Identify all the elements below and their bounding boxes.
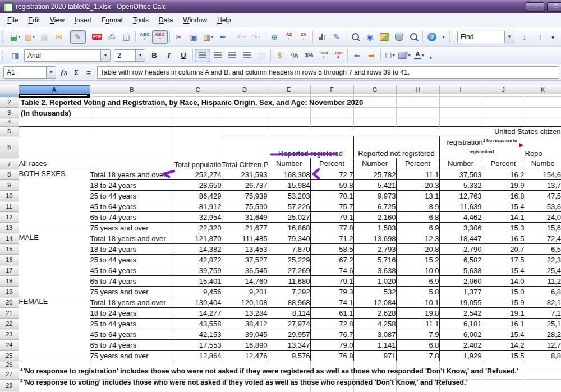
maximize-button[interactable]: ❐ <box>547 2 561 12</box>
citizen-population-header[interactable]: Total Citizen Population <box>222 136 268 169</box>
value-cell[interactable]: 3,638 <box>353 265 396 276</box>
value-cell[interactable]: 25,782 <box>353 169 396 180</box>
value-cell[interactable]: 7.9 <box>396 329 439 340</box>
empty-cell[interactable] <box>353 108 396 118</box>
zoom-button[interactable] <box>406 30 421 44</box>
value-cell[interactable]: 6,582 <box>439 255 482 265</box>
font-size-combo-arrow-icon[interactable]: ▾ <box>135 50 145 61</box>
value-cell[interactable]: 15.0 <box>482 287 525 297</box>
data-sources-button[interactable] <box>392 30 406 44</box>
us-citizen-header[interactable]: United States citizen <box>222 127 561 136</box>
value-cell[interactable]: 18,447 <box>439 233 482 244</box>
font-size-combo-value[interactable]: 2 <box>114 52 135 59</box>
value-cell[interactable]: 76.8 <box>310 351 353 361</box>
age-group-cell[interactable]: 18 to 24 years <box>90 244 174 255</box>
draw-functions-button[interactable]: ✎ <box>329 30 344 44</box>
subheader-percent[interactable]: Percent <box>310 158 353 169</box>
value-cell[interactable]: 12,476 <box>222 351 268 361</box>
column-header-f[interactable]: F <box>310 86 353 94</box>
row-header[interactable]: 18 <box>0 276 19 287</box>
column-header-j[interactable]: J <box>482 86 525 94</box>
value-cell[interactable]: 79.0 <box>310 340 353 351</box>
age-group-cell[interactable]: 65 to 74 years <box>90 276 174 287</box>
value-cell[interactable]: 120,108 <box>222 297 268 308</box>
value-cell[interactable]: 2,628 <box>353 308 396 319</box>
row-header[interactable]: 17 <box>0 265 19 276</box>
formula-button[interactable]: = <box>82 68 95 77</box>
value-cell[interactable]: 28,2 <box>525 329 561 340</box>
age-group-cell[interactable]: 65 to 74 years <box>90 340 174 351</box>
section-label[interactable]: BOTH SEXES <box>19 169 90 233</box>
row-header[interactable]: 8 <box>0 169 19 180</box>
value-cell[interactable]: 31,649 <box>222 212 268 223</box>
page-preview-button[interactable]: ◱ <box>119 30 134 44</box>
empty-cell[interactable] <box>525 368 561 380</box>
font-name-combo-value[interactable]: Arial <box>25 52 100 59</box>
menu-format[interactable]: Format <box>96 14 128 26</box>
font-color-button-dropdown-icon[interactable]: ▾ <box>421 53 424 58</box>
autospellcheck-button[interactable]: ABC~ <box>152 30 168 44</box>
increase-indent-button[interactable]: ⇒ <box>364 49 379 62</box>
add-decimal-button[interactable]: .000+ <box>316 49 331 62</box>
minimize-button[interactable]: — <box>526 2 544 12</box>
reported-not-registered-header[interactable]: Reported not registered <box>353 136 439 158</box>
row-header[interactable]: 9 <box>0 180 19 191</box>
row-header[interactable]: 23 <box>0 329 19 340</box>
value-cell[interactable]: 43,558 <box>174 319 222 329</box>
value-cell[interactable]: 74.1 <box>310 297 353 308</box>
align-justify-button[interactable] <box>240 49 254 62</box>
age-group-cell[interactable]: 18 to 24 years <box>90 180 174 191</box>
value-cell[interactable]: 1,503 <box>353 223 396 233</box>
value-cell[interactable]: 15.4 <box>482 329 525 340</box>
empty-cell[interactable] <box>396 108 439 118</box>
value-cell[interactable]: 11,680 <box>268 276 310 287</box>
export-pdf-button[interactable]: PDF <box>90 30 104 44</box>
value-cell[interactable]: 12.3 <box>396 233 439 244</box>
value-cell[interactable]: 11.1 <box>396 169 439 180</box>
standard-format-button[interactable]: $% <box>302 49 316 62</box>
row-header[interactable]: 20 <box>0 297 19 308</box>
column-header-k[interactable]: K <box>525 86 561 94</box>
column-header-c[interactable]: C <box>174 86 222 94</box>
value-cell[interactable]: 8.9 <box>396 201 439 212</box>
paste-button[interactable]: ▥▾ <box>201 30 215 44</box>
value-cell[interactable]: 2,402 <box>439 340 482 351</box>
value-cell[interactable]: 15.4 <box>482 265 525 276</box>
value-cell[interactable]: 121,870 <box>174 233 222 244</box>
new-document-button[interactable]: ▤▾ <box>8 30 22 44</box>
delete-decimal-button[interactable]: .000✗ <box>331 49 346 62</box>
value-cell[interactable]: 11.1 <box>396 319 439 329</box>
percent-button[interactable]: % <box>287 49 302 62</box>
value-cell[interactable]: 72.8 <box>310 319 353 329</box>
value-cell[interactable]: 88,968 <box>268 297 310 308</box>
value-cell[interactable]: 1,141 <box>353 340 396 351</box>
value-cell[interactable]: 19.8 <box>396 308 439 319</box>
align-left-button[interactable] <box>195 49 210 62</box>
value-cell[interactable]: 53,203 <box>268 191 310 201</box>
subheader-number-clipped[interactable]: Numbe <box>525 158 561 169</box>
empty-cell[interactable] <box>310 108 353 118</box>
age-group-cell[interactable]: 65 to 74 years <box>90 212 174 223</box>
value-cell[interactable]: 2,542 <box>439 308 482 319</box>
column-header-e[interactable]: E <box>268 86 310 94</box>
find-combo[interactable]: Find ▾ <box>457 31 514 43</box>
value-cell[interactable]: 2,793 <box>353 244 396 255</box>
empty-cell[interactable] <box>482 97 525 108</box>
empty-cell[interactable] <box>90 118 174 127</box>
value-cell[interactable]: 16.5 <box>482 233 525 244</box>
value-cell[interactable]: 25,1 <box>525 319 561 329</box>
value-cell[interactable]: 2,060 <box>439 276 482 287</box>
value-cell[interactable]: 6,181 <box>439 319 482 329</box>
value-cell[interactable]: 70.1 <box>310 191 353 201</box>
help-button[interactable]: ? <box>425 30 439 44</box>
value-cell[interactable]: 4,462 <box>439 212 482 223</box>
section-label[interactable]: MALE <box>19 233 90 297</box>
row-header[interactable]: 10 <box>0 191 19 201</box>
row-header[interactable]: 21 <box>0 308 19 319</box>
empty-cell[interactable] <box>396 118 439 127</box>
value-cell[interactable]: 27,269 <box>268 265 310 276</box>
value-cell[interactable]: 24,0 <box>525 212 561 223</box>
value-cell[interactable]: 7,870 <box>268 244 310 255</box>
value-cell[interactable]: 16.1 <box>482 319 525 329</box>
subheader-number[interactable]: Number <box>268 158 310 169</box>
